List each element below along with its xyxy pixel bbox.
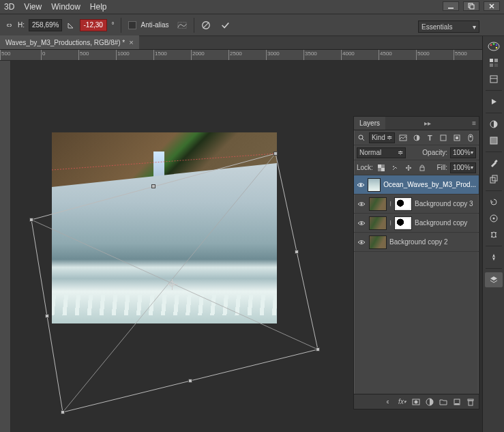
layer-name[interactable]: Background copy (415, 219, 467, 227)
layer-name[interactable]: Background copy 2 (389, 238, 448, 246)
workspace-switcher[interactable]: Essentials ▾ (418, 20, 479, 33)
fill-field[interactable]: 100%▾ (450, 162, 476, 173)
svg-rect-18 (490, 63, 493, 67)
layer-row[interactable]: ⁞ Background copy 3 (354, 195, 479, 214)
transform-handle[interactable] (29, 218, 33, 222)
swatches-icon[interactable] (485, 55, 503, 70)
svg-point-41 (470, 135, 472, 137)
history-icon[interactable] (485, 195, 503, 210)
document-tab-title: Waves_by_M3_Productions, RGB/8#) * (5, 39, 125, 46)
ruler-tick: 3000 (267, 51, 280, 57)
lock-image-icon[interactable] (389, 163, 400, 173)
transform-center-handle[interactable] (169, 281, 175, 287)
svg-rect-2 (470, 5, 474, 9)
layer-mask-thumbnail[interactable] (394, 216, 412, 230)
blend-opacity-row: Normal≑ Opacity: 100%▾ (354, 145, 479, 160)
transform-handle[interactable] (45, 314, 49, 318)
libraries-icon[interactable] (485, 72, 503, 87)
layers-icon[interactable] (485, 272, 503, 287)
new-group-icon[interactable] (438, 397, 449, 407)
menu-help[interactable]: Help (90, 2, 107, 12)
transform-handle[interactable] (273, 152, 278, 156)
delete-layer-icon[interactable] (465, 397, 476, 407)
transform-handle[interactable] (295, 250, 299, 254)
visibility-toggle-icon[interactable] (357, 218, 366, 228)
styles-icon[interactable] (485, 133, 503, 148)
link-mask-icon[interactable]: ⁞ (389, 219, 391, 227)
rotation-unit: ° (111, 21, 114, 29)
cancel-transform-icon[interactable] (201, 20, 211, 30)
layer-thumbnail[interactable] (369, 197, 387, 211)
layer-list: Ocean_Waves_by_M3_Prod... ⁞ Background c… (354, 175, 479, 394)
menu-3d[interactable]: 3D (4, 2, 14, 12)
lock-all-icon[interactable] (417, 163, 428, 173)
play-icon[interactable] (485, 94, 503, 109)
search-icon[interactable] (357, 133, 366, 143)
horizontal-ruler[interactable]: 500 0 500 1000 1500 2000 2500 3000 3500 … (0, 50, 482, 61)
lock-transparent-icon[interactable] (376, 163, 387, 173)
layer-name[interactable]: Ocean_Waves_by_M3_Prod... (383, 181, 476, 188)
layer-row[interactable]: Ocean_Waves_by_M3_Prod... (354, 175, 479, 195)
character-icon[interactable] (485, 227, 503, 242)
transform-handle[interactable] (61, 410, 65, 414)
document-tab[interactable]: Waves_by_M3_Productions, RGB/8#) * × (0, 35, 139, 49)
color-picker-icon[interactable] (485, 39, 503, 54)
visibility-toggle-icon[interactable] (357, 237, 366, 247)
new-layer-icon[interactable] (451, 397, 462, 407)
transform-handle[interactable] (151, 184, 155, 188)
commit-transform-icon[interactable] (220, 20, 230, 30)
opacity-field[interactable]: 100%▾ (450, 147, 476, 158)
svg-line-34 (362, 139, 364, 141)
panel-menu-icon[interactable]: ≡ (469, 119, 479, 127)
layer-name[interactable]: Background copy 3 (415, 200, 473, 207)
transform-handle[interactable] (188, 379, 192, 383)
visibility-toggle-icon[interactable] (357, 180, 365, 190)
filter-pixel-icon[interactable] (398, 133, 409, 143)
filter-smart-icon[interactable] (451, 133, 462, 143)
maximize-button[interactable] (463, 1, 479, 11)
ruler-tick: 1500 (155, 51, 167, 57)
filter-shape-icon[interactable] (438, 133, 449, 143)
filter-kind-dropdown[interactable]: Kind≑ (369, 132, 395, 143)
layer-thumbnail[interactable] (368, 178, 381, 192)
blend-mode-dropdown[interactable]: Normal≑ (357, 147, 406, 158)
svg-rect-19 (494, 63, 498, 67)
filter-type-icon[interactable]: T (424, 133, 435, 143)
brush-icon[interactable] (485, 156, 503, 171)
layer-row[interactable]: ⁞ Background copy (354, 214, 479, 233)
layer-style-icon[interactable]: fx▾ (397, 397, 408, 407)
visibility-toggle-icon[interactable] (357, 199, 366, 209)
layers-tab[interactable]: Layers (354, 117, 385, 130)
filter-toggle[interactable] (465, 133, 476, 143)
minimize-button[interactable] (443, 1, 459, 11)
layer-mask-thumbnail[interactable] (394, 197, 412, 211)
layer-thumbnail[interactable] (369, 235, 387, 249)
new-fill-adjustment-icon[interactable] (424, 397, 435, 407)
properties-icon[interactable] (485, 211, 503, 226)
add-mask-icon[interactable] (411, 397, 421, 407)
link-icon[interactable] (4, 20, 14, 30)
menu-view[interactable]: View (24, 2, 42, 12)
panel-chevrons-icon[interactable]: ▸▸ (421, 119, 434, 127)
filter-adjustment-icon[interactable] (411, 133, 422, 143)
svg-point-28 (492, 218, 494, 220)
link-mask-icon[interactable]: ⁞ (389, 200, 391, 207)
adjustments-icon[interactable] (485, 117, 503, 132)
layer-row[interactable]: Background copy 2 (354, 233, 479, 252)
close-tab-icon[interactable]: × (129, 38, 133, 46)
clone-icon[interactable] (485, 172, 503, 187)
close-button[interactable] (484, 1, 500, 11)
transform-handle[interactable] (316, 347, 320, 351)
navigator-icon[interactable] (485, 250, 503, 265)
layer-thumbnail[interactable] (369, 216, 387, 230)
height-field[interactable]: 258,69% (29, 19, 62, 31)
antialias-checkbox[interactable] (128, 21, 136, 29)
ruler-tick: 1000 (117, 51, 130, 57)
lock-position-icon[interactable] (403, 163, 414, 173)
height-label: H: (18, 21, 25, 29)
rotation-field[interactable]: -12,30 (80, 19, 107, 31)
warp-icon[interactable] (177, 20, 187, 30)
menu-window[interactable]: Window (51, 2, 80, 12)
vertical-ruler[interactable] (0, 61, 11, 432)
link-layers-icon[interactable] (383, 397, 394, 407)
